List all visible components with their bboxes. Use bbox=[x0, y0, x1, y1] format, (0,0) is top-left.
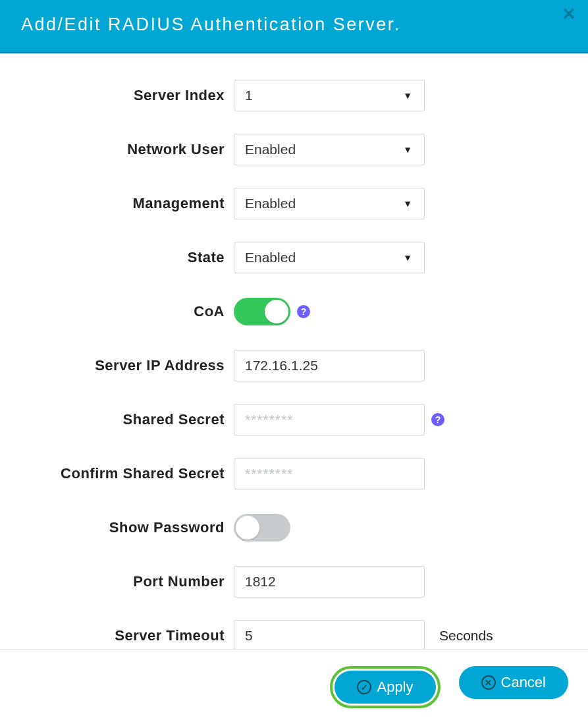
show-password-label: Show Password bbox=[0, 519, 234, 536]
x-circle-icon: ✕ bbox=[481, 675, 496, 690]
port-number-label: Port Number bbox=[0, 573, 234, 590]
apply-button-label: Apply bbox=[377, 679, 413, 696]
state-value: Enabled bbox=[245, 250, 296, 265]
form-area: Server Index 1 ▼ Network User Enabled ▼ … bbox=[0, 53, 588, 694]
server-index-select[interactable]: 1 ▼ bbox=[234, 80, 425, 111]
help-icon[interactable]: ? bbox=[431, 413, 444, 426]
coa-label: CoA bbox=[0, 303, 234, 320]
confirm-secret-label: Confirm Shared Secret bbox=[0, 465, 234, 482]
port-number-input[interactable] bbox=[234, 566, 425, 598]
management-select[interactable]: Enabled ▼ bbox=[234, 188, 425, 219]
management-label: Management bbox=[0, 195, 234, 212]
close-icon[interactable]: ✕ bbox=[562, 4, 578, 24]
help-icon[interactable]: ? bbox=[297, 305, 310, 318]
dialog-title: Add/Edit RADIUS Authentication Server. bbox=[21, 14, 401, 34]
apply-button[interactable]: ✓ Apply bbox=[334, 671, 435, 704]
chevron-down-icon: ▼ bbox=[403, 198, 412, 209]
network-user-label: Network User bbox=[0, 141, 234, 158]
chevron-down-icon: ▼ bbox=[403, 144, 412, 155]
apply-highlight: ✓ Apply bbox=[330, 666, 440, 708]
coa-toggle[interactable] bbox=[234, 298, 290, 325]
show-password-toggle[interactable] bbox=[234, 514, 290, 542]
network-user-value: Enabled bbox=[245, 142, 296, 157]
network-user-select[interactable]: Enabled ▼ bbox=[234, 134, 425, 165]
dialog-header: Add/Edit RADIUS Authentication Server. ✕ bbox=[0, 0, 588, 53]
management-value: Enabled bbox=[245, 196, 296, 211]
state-label: State bbox=[0, 249, 234, 266]
shared-secret-input[interactable] bbox=[234, 404, 425, 435]
shared-secret-label: Shared Secret bbox=[0, 411, 234, 428]
cancel-button-label: Cancel bbox=[501, 674, 546, 691]
check-circle-icon: ✓ bbox=[357, 680, 371, 694]
server-timeout-unit: Seconds bbox=[439, 628, 493, 644]
chevron-down-icon: ▼ bbox=[403, 90, 412, 101]
chevron-down-icon: ▼ bbox=[403, 252, 412, 263]
confirm-secret-input[interactable] bbox=[234, 458, 425, 489]
server-ip-label: Server IP Address bbox=[0, 357, 234, 374]
server-timeout-input[interactable] bbox=[234, 620, 425, 652]
server-timeout-label: Server Timeout bbox=[0, 627, 234, 644]
server-ip-input[interactable] bbox=[234, 350, 425, 381]
cancel-button[interactable]: ✕ Cancel bbox=[459, 666, 568, 699]
dialog-footer: ✓ Apply ✕ Cancel bbox=[0, 650, 588, 724]
server-index-value: 1 bbox=[245, 88, 253, 103]
server-index-label: Server Index bbox=[0, 87, 234, 104]
state-select[interactable]: Enabled ▼ bbox=[234, 242, 425, 273]
